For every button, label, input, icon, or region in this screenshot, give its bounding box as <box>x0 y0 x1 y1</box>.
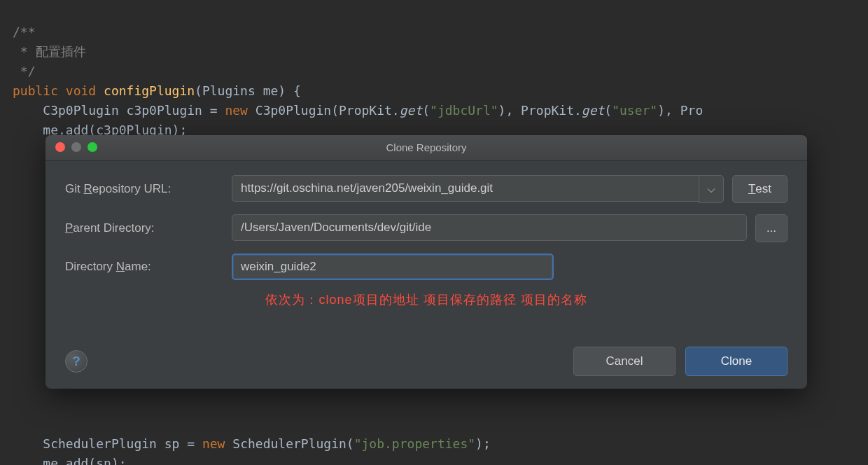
blank-line <box>13 142 20 157</box>
code-line: SchedulerPlugin sp = new SchedulerPlugin… <box>13 436 491 451</box>
row-parent-dir: Parent Directory: ... <box>65 214 788 242</box>
blank-line <box>13 377 20 392</box>
dialog-title: Clone Repository <box>386 141 466 153</box>
help-button[interactable]: ? <box>65 350 88 373</box>
blank-line <box>13 319 20 333</box>
code-line: public void configPlugin(Plugins me) { <box>13 83 301 98</box>
blank-line <box>13 260 20 275</box>
dir-name-input[interactable] <box>232 254 554 280</box>
blank-line <box>13 181 20 196</box>
annotation-text: 依次为：clone项目的地址 项目保存的路径 项目的名称 <box>65 291 788 308</box>
blank-line <box>13 201 20 216</box>
repo-url-combo <box>232 175 724 203</box>
cancel-button[interactable]: Cancel <box>573 347 676 376</box>
test-button[interactable]: Test <box>732 175 788 203</box>
label-dir-name: Directory Name: <box>65 260 232 274</box>
row-repo-url: Git Repository URL: Test <box>65 175 788 203</box>
dialog-body: Git Repository URL: Test Parent Director… <box>46 161 807 308</box>
blank-line <box>13 397 20 412</box>
blank-line <box>13 279 20 294</box>
code-line: C3p0Plugin c3p0Plugin = new C3p0Plugin(P… <box>13 103 703 118</box>
parent-dir-input[interactable] <box>232 214 747 241</box>
blank-line <box>13 221 20 235</box>
label-parent-dir: Parent Directory: <box>65 221 232 235</box>
blank-line <box>13 162 20 176</box>
blank-line <box>13 240 20 255</box>
blank-line <box>13 417 20 431</box>
blank-line <box>13 338 20 353</box>
row-dir-name: Directory Name: <box>65 254 788 280</box>
clone-button[interactable]: Clone <box>685 347 788 376</box>
repo-url-dropdown-button[interactable] <box>699 175 724 203</box>
help-icon: ? <box>72 354 80 369</box>
minimize-icon[interactable] <box>71 142 81 152</box>
browse-button[interactable]: ... <box>755 214 788 242</box>
window-controls <box>55 142 97 152</box>
blank-line <box>13 358 20 373</box>
comment-line: */ <box>13 64 36 78</box>
maximize-icon[interactable] <box>88 142 97 152</box>
code-line: me add(sn): <box>13 456 127 465</box>
label-repo-url: Git Repository URL: <box>65 182 232 196</box>
dialog-footer: ? Cancel Clone <box>65 347 788 376</box>
ellipsis-icon: ... <box>766 221 776 235</box>
close-icon[interactable] <box>55 142 65 152</box>
comment-line: /** <box>13 25 36 39</box>
comment-line: * 配置插件 <box>13 44 86 59</box>
dialog-titlebar[interactable]: Clone Repository <box>46 135 807 161</box>
blank-line <box>13 299 20 314</box>
clone-repository-dialog: Clone Repository Git Repository URL: Tes… <box>46 135 807 389</box>
repo-url-input[interactable] <box>232 175 699 202</box>
chevron-down-icon <box>707 182 715 197</box>
